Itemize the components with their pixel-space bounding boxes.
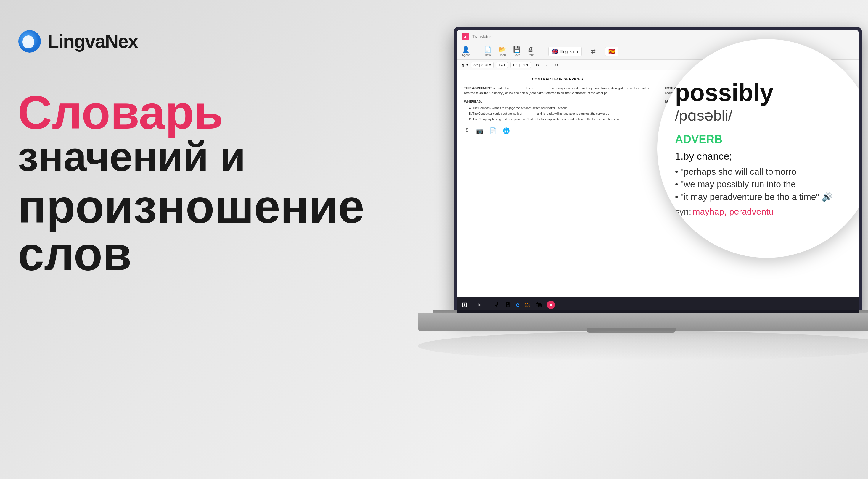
doc-icon[interactable]: 📄 [489,126,497,135]
headline-line5: слов [18,230,255,277]
taskbar-icons: 🎙 🖥 e 🗂 🛍 ● [493,301,555,309]
dict-content: possibly /pɑsəbli/ ADVERB 1.by chance; •… [657,63,859,235]
syn-words: mayhap, peradventu [692,207,774,216]
left-panel: LingvaNex Словарь значений и произношени… [18,30,255,286]
doc-action-bar-en: 🎙 📷 📄 🌐 [464,126,651,135]
lang-from-selector[interactable]: 🇬🇧 English ▾ [548,47,582,56]
separator-2 [541,46,541,57]
print-label: Print [528,54,534,57]
laptop-container: ▲ Translator 👤 Agent 📄 New [335,15,868,458]
search-text[interactable]: По [475,302,482,308]
print-icon: 🖨 [528,46,533,53]
underline-button[interactable]: U [552,62,560,68]
lang-from-text: English [560,49,574,54]
screen-inner: ▲ Translator 👤 Agent 📄 New [457,30,859,313]
dropdown-arrow: ▾ [577,49,579,54]
taskbar-store-icon[interactable]: 🛍 [535,301,542,309]
dict-example-1: • "perhaps she will call tomorro [675,167,859,177]
italic-button[interactable]: I [544,62,550,68]
taskbar: ⊞ По 🎙 🖥 e 🗂 🛍 ● [457,297,859,313]
clause-en-b: B. The Contractor carries out the work o… [464,111,651,116]
dict-word: possibly [675,80,859,105]
toolbar-print[interactable]: 🖨 Print [528,46,534,57]
agent-label: Agent [462,54,469,57]
flag-uk: 🇬🇧 [552,48,558,55]
taskbar-desktop-icon[interactable]: 🖥 [504,301,511,309]
font-name: Segoe UI [473,63,488,67]
swap-lang-icon[interactable]: ⇄ [591,48,596,55]
dict-example-2: • "we may possibly run into the [675,179,859,189]
intro-text-en: is made this ________ day of _________ c… [464,86,649,95]
headline: Словарь значений и произношение слов [18,89,255,277]
toolbar-new[interactable]: 📄 New [484,46,491,57]
paragraph-mark: ¶ [462,63,464,67]
style-select[interactable]: Regular ▾ [510,62,531,68]
toolbar-save[interactable]: 💾 Save [513,46,521,57]
bold-button[interactable]: B [533,62,541,68]
headline-line1: Словарь [18,89,255,136]
toolbar-agent[interactable]: 👤 Agent [462,46,469,57]
dropdown-arrow-para: ▾ [466,63,468,67]
toolbar-open[interactable]: 📂 Open [499,46,506,57]
headline-line2: значений и [18,136,255,177]
font-style: Regular [513,63,525,67]
lang-to-selector[interactable]: 🇪🇸 [605,47,618,56]
mic-icon[interactable]: 🎙 [464,126,470,135]
agent-icon: 👤 [462,46,469,53]
doc-title-en: CONTRACT FOR SERVICES [464,76,651,82]
doc-intro-en: THIS AGREEMENT is made this ________ day… [464,86,651,96]
laptop-screen: ▲ Translator 👤 Agent 📄 New [454,27,862,316]
app-title: Translator [472,34,491,39]
intro-label-en: THIS AGREEMENT [464,86,492,90]
camera-icon[interactable]: 📷 [476,126,484,135]
app-icon: ▲ [462,33,469,40]
clause-en-c: C. The Company has agreed to appoint the… [464,117,651,122]
dict-definition: 1.by chance; [675,150,859,162]
size-select[interactable]: 14 ▾ [496,62,508,68]
dict-pos: ADVERB [675,133,859,146]
new-label: New [485,54,491,57]
taskbar-app-icon[interactable]: ● [547,301,555,309]
def-text: by chance; [683,150,732,162]
open-label: Open [499,54,506,57]
logo-icon [18,30,41,53]
globe-icon[interactable]: 🌐 [503,126,510,135]
dict-phonetic: /pɑsəbli/ [675,107,859,124]
font-select[interactable]: Segoe UI ▾ [471,62,494,68]
laptop-reflection [418,331,868,361]
logo-area: LingvaNex [18,30,255,53]
save-label: Save [513,54,520,57]
whereas-label-en: WHEREAS: [464,99,651,104]
def-number: 1. [675,150,683,162]
open-icon: 📂 [499,46,506,53]
logo-text: LingvaNex [48,30,138,52]
logo-name: LingvaNex [48,31,138,52]
app-titlebar: ▲ Translator [457,30,859,43]
headline-line4: произношение [18,183,255,230]
save-icon: 💾 [513,46,521,53]
doc-panel-en: CONTRACT FOR SERVICES THIS AGREEMENT is … [457,70,658,313]
svg-point-1 [23,35,34,48]
start-button[interactable]: ⊞ [462,301,467,309]
taskbar-edge-icon[interactable]: e [516,301,519,309]
taskbar-mic-icon[interactable]: 🎙 [493,301,500,309]
flag-es: 🇪🇸 [608,48,615,55]
new-icon: 📄 [484,46,491,53]
font-size: 14 [499,63,502,67]
dict-example-3: • "it may peradventure be tho a time" 🔊 [675,192,859,202]
taskbar-files-icon[interactable]: 🗂 [524,301,531,309]
clause-en-a: A. The Company wishes to engage the serv… [464,106,651,110]
dict-synonyms: syn: mayhap, peradventu [675,207,859,217]
